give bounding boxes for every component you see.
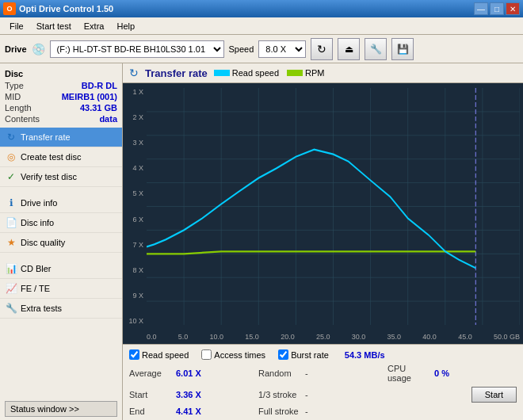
x-axis-labels: 0.0 5.0 10.0 15.0 20.0 25.0 30.0 35.0 40… <box>147 333 520 341</box>
disc-contents-label: Contents <box>5 114 40 124</box>
disc-type-value: BD-R DL <box>82 81 117 90</box>
end-row: End 4.41 X <box>129 406 258 417</box>
minimize-button[interactable]: — <box>474 2 488 15</box>
disc-mid-value: MEIRB1 (001) <box>62 92 117 101</box>
chart-title: Transfer rate <box>145 67 208 79</box>
cd-bler-icon: 📊 <box>5 262 17 275</box>
stats-section: Read speed Access times Burst rate 54.3 … <box>123 344 523 420</box>
start-label: Start <box>129 390 173 399</box>
stats-grid: Average 6.01 X Random - CPU usage 0 % St… <box>129 363 517 417</box>
main-area: Disc Type BD-R DL MID MEIRB1 (001) Lengt… <box>0 63 523 420</box>
random-label: Random <box>258 368 302 378</box>
disc-mid-row: MID MEIRB1 (001) <box>5 91 117 102</box>
burst-rate-checkbox[interactable] <box>278 349 288 360</box>
close-button[interactable]: ✕ <box>506 2 520 15</box>
disc-contents-value: data <box>99 114 117 124</box>
sidebar-item-drive-info-label: Drive info <box>21 198 57 208</box>
sidebar-item-create-test-disc[interactable]: ◎ Create test disc <box>0 147 122 167</box>
empty-cell <box>387 406 517 417</box>
cpu-row: CPU usage 0 % <box>387 363 517 384</box>
start-button[interactable]: Start <box>471 387 517 403</box>
x-label-25: 25.0 <box>316 333 330 341</box>
end-value: 4.41 X <box>176 407 212 416</box>
menu-extra[interactable]: Extra <box>78 20 111 32</box>
sidebar-item-transfer-rate[interactable]: ↻ Transfer rate <box>0 128 122 147</box>
sidebar-divider-2 <box>0 253 122 259</box>
third-stroke-label: 1/3 stroke <box>258 390 302 399</box>
full-stroke-row: Full stroke - <box>258 406 387 417</box>
app-title: Opti Drive Control 1.50 <box>19 4 113 13</box>
burst-rate-checkbox-label: Burst rate <box>291 350 329 360</box>
disc-length-row: Length 43.31 GB <box>5 102 117 113</box>
save-button[interactable]: 💾 <box>391 38 414 60</box>
refresh-button[interactable]: ↻ <box>311 38 333 60</box>
sidebar-item-fe-te[interactable]: 📈 FE / TE <box>0 279 122 299</box>
cpu-value: 0 % <box>434 368 470 378</box>
y-label-6: 6 X <box>123 216 145 223</box>
burst-rate-checkbox-item[interactable]: Burst rate <box>278 349 329 360</box>
x-label-20: 20.0 <box>281 333 295 341</box>
read-speed-checkbox-item[interactable]: Read speed <box>129 349 189 360</box>
menu-start-test[interactable]: Start test <box>30 20 78 32</box>
disc-mid-label: MID <box>5 92 21 101</box>
y-label-5: 5 X <box>123 189 145 197</box>
start-button-container: Start <box>387 385 517 404</box>
chart-legend: Read speed RPM <box>214 68 325 78</box>
sidebar-item-disc-info[interactable]: 📄 Disc info <box>0 213 122 233</box>
menu-file[interactable]: File <box>3 20 30 32</box>
read-speed-checkbox[interactable] <box>129 349 139 360</box>
access-times-checkbox[interactable] <box>201 349 212 360</box>
status-window-button[interactable]: Status window >> <box>5 401 117 417</box>
sidebar-nav: ↻ Transfer rate ◎ Create test disc ✓ Ver… <box>0 128 122 398</box>
toolbar: Drive 💿 (F:) HL-DT-ST BD-RE BH10LS30 1.0… <box>0 35 523 63</box>
speed-select[interactable]: 8.0 X <box>258 40 306 58</box>
verify-test-disc-icon: ✓ <box>5 170 17 183</box>
app-icon: O <box>3 2 16 15</box>
speed-label: Speed <box>229 44 254 54</box>
disc-length-value: 43.31 GB <box>80 103 117 113</box>
eject-button[interactable]: ⏏ <box>338 38 360 60</box>
drive-select[interactable]: (F:) HL-DT-ST BD-RE BH10LS30 1.01 <box>50 40 224 58</box>
legend-read-speed-label: Read speed <box>232 68 279 78</box>
start-value: 3.36 X <box>176 390 212 399</box>
disc-quality-icon: ★ <box>5 236 17 249</box>
y-label-3: 3 X <box>123 139 145 147</box>
sidebar-item-disc-quality[interactable]: ★ Disc quality <box>0 233 122 253</box>
sidebar-divider-1 <box>0 187 122 193</box>
y-label-8: 8 X <box>123 266 145 274</box>
x-label-10: 10.0 <box>210 333 224 341</box>
sidebar-item-verify-test-disc[interactable]: ✓ Verify test disc <box>0 167 122 187</box>
x-label-30: 30.0 <box>352 333 366 341</box>
chart-title-icon: ↻ <box>129 67 139 79</box>
menu-help[interactable]: Help <box>110 20 141 32</box>
legend-rpm: RPM <box>287 68 324 78</box>
sidebar-item-disc-quality-label: Disc quality <box>21 238 65 247</box>
sidebar-item-drive-info[interactable]: ℹ Drive info <box>0 193 122 213</box>
sidebar: Disc Type BD-R DL MID MEIRB1 (001) Lengt… <box>0 63 123 420</box>
chart-container: 10 X 9 X 8 X 7 X 6 X 5 X 4 X 3 X 2 X 1 X <box>123 83 523 344</box>
settings-button[interactable]: 🔧 <box>365 38 387 60</box>
y-axis-labels: 10 X 9 X 8 X 7 X 6 X 5 X 4 X 3 X 2 X 1 X <box>123 88 145 325</box>
average-value: 6.01 X <box>176 368 212 378</box>
sidebar-item-disc-info-label: Disc info <box>21 218 54 227</box>
disc-info-panel: Disc Type BD-R DL MID MEIRB1 (001) Lengt… <box>0 63 122 128</box>
y-label-2: 2 X <box>123 113 145 121</box>
sidebar-item-extra-tests[interactable]: 🔧 Extra tests <box>0 299 122 319</box>
legend-rpm-label: RPM <box>305 68 324 78</box>
drive-label: Drive <box>5 44 27 54</box>
maximize-button[interactable]: □ <box>490 2 504 15</box>
full-stroke-value: - <box>305 407 308 416</box>
window-controls[interactable]: — □ ✕ <box>474 2 520 15</box>
sidebar-item-cd-bler-label: CD Bler <box>21 264 52 273</box>
average-label: Average <box>129 368 173 378</box>
fe-te-icon: 📈 <box>5 282 17 295</box>
full-stroke-label: Full stroke <box>258 407 302 416</box>
x-label-45: 45.0 <box>458 333 472 341</box>
access-times-checkbox-item[interactable]: Access times <box>201 349 265 360</box>
random-value: - <box>305 368 308 378</box>
y-label-7: 7 X <box>123 241 145 249</box>
sidebar-item-cd-bler[interactable]: 📊 CD Bler <box>0 259 122 279</box>
sidebar-item-fe-te-label: FE / TE <box>21 284 50 293</box>
transfer-rate-icon: ↻ <box>5 131 17 143</box>
chart-header: ↻ Transfer rate Read speed RPM <box>123 63 523 83</box>
